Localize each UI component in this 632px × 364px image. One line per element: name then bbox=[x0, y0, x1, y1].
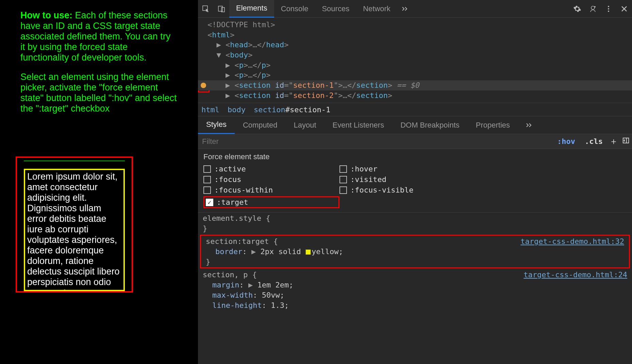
gear-icon[interactable] bbox=[569, 0, 585, 18]
styles-tab-dom-breakpoints[interactable]: DOM Breakpoints bbox=[392, 116, 468, 134]
svg-point-4 bbox=[594, 6, 596, 7]
inspect-icon[interactable] bbox=[198, 0, 214, 18]
hov-toggle[interactable]: :hov bbox=[552, 137, 580, 146]
force-target[interactable]: :target bbox=[206, 198, 248, 206]
rule-prop-max-width[interactable]: max-width: 50vw; bbox=[203, 290, 627, 300]
howto-block: How to use: Each of these sections have … bbox=[20, 10, 178, 114]
new-style-rule-button[interactable]: ＋ bbox=[608, 135, 620, 147]
svg-point-6 bbox=[608, 8, 609, 10]
svg-point-5 bbox=[608, 6, 609, 7]
crumb-html[interactable]: html bbox=[201, 105, 219, 114]
devtools-tabbar: Elements Console Sources Network bbox=[198, 0, 632, 18]
cls-toggle[interactable]: .cls bbox=[580, 137, 608, 146]
more-tabs-chevrons-icon[interactable] bbox=[397, 0, 413, 18]
dom-section-2[interactable]: ▶ <section id="section-2">…</section> bbox=[198, 90, 632, 101]
devtools-panel: Elements Console Sources Network <!DOCTY… bbox=[198, 0, 632, 364]
dom-section-3[interactable]: ▶ <section id="section-3">…</section> bbox=[198, 101, 632, 103]
force-focus-within[interactable]: :focus-within bbox=[203, 186, 339, 194]
dom-body-open[interactable]: ▼ <body> bbox=[198, 50, 632, 60]
rule-section-p[interactable]: target-css-demo.html:24 section, p { mar… bbox=[198, 269, 632, 311]
dom-html-open[interactable]: <html> bbox=[198, 30, 632, 40]
force-focus-visible[interactable]: :focus-visible bbox=[339, 186, 476, 194]
howto-bold: How to use: bbox=[20, 10, 72, 20]
source-link-24[interactable]: target-css-demo.html:24 bbox=[523, 270, 627, 280]
crumb-body[interactable]: body bbox=[228, 105, 246, 114]
device-toggle-icon[interactable] bbox=[214, 0, 229, 18]
force-state-panel: Force element state :active :hover :focu… bbox=[198, 149, 632, 213]
rule-prop-margin[interactable]: margin: ▶ 1em 2em; bbox=[203, 280, 627, 290]
rule-prop-line-height[interactable]: line-height: 1.3; bbox=[203, 300, 627, 311]
tab-network[interactable]: Network bbox=[356, 0, 397, 18]
howto-paragraph-1: How to use: Each of these sections have … bbox=[20, 10, 178, 63]
svg-point-3 bbox=[591, 6, 595, 10]
force-visited[interactable]: :visited bbox=[339, 175, 476, 184]
section-1-text: Lorem ipsum dolor sit, amet consectetur … bbox=[27, 171, 120, 291]
styles-tab-properties[interactable]: Properties bbox=[468, 116, 518, 134]
rule-element-style[interactable]: element.style { } bbox=[198, 213, 632, 234]
force-state-title: Force element state bbox=[203, 152, 627, 161]
styles-filter-input[interactable] bbox=[198, 137, 552, 146]
styles-tabbar: Styles Computed Layout Event Listeners D… bbox=[198, 116, 632, 134]
checkbox-icon[interactable] bbox=[339, 165, 347, 173]
checkbox-icon[interactable] bbox=[203, 176, 211, 183]
rule-prop-border[interactable]: border: ▶ 2px solid yellow; bbox=[206, 247, 624, 257]
source-link-32[interactable]: target-css-demo.html:32 bbox=[520, 236, 624, 247]
rendered-page: How to use: Each of these sections have … bbox=[0, 0, 198, 364]
checkbox-icon[interactable] bbox=[339, 186, 347, 194]
tab-sources[interactable]: Sources bbox=[315, 0, 356, 18]
kebab-icon[interactable] bbox=[601, 0, 616, 18]
checkbox-checked-icon[interactable] bbox=[206, 199, 213, 206]
dom-section-1[interactable]: ▶ <section id="section-1">…</section> ==… bbox=[198, 80, 632, 90]
section-1-target: Lorem ipsum dolor sit, amet consectetur … bbox=[24, 169, 125, 291]
styles-filter-row: :hov .cls ＋ bbox=[198, 134, 632, 149]
dom-p1[interactable]: ▶ <p>…</p> bbox=[198, 60, 632, 70]
dom-head[interactable]: ▶ <head>…</head> bbox=[198, 40, 632, 50]
howto-paragraph-2: Select an element using the element pick… bbox=[20, 72, 178, 114]
toggle-sidebar-icon[interactable] bbox=[620, 136, 632, 147]
style-rules: element.style { } target-css-demo.html:3… bbox=[198, 213, 632, 311]
tab-elements[interactable]: Elements bbox=[229, 0, 274, 18]
dom-doctype[interactable]: <!DOCTYPE html> bbox=[198, 20, 632, 30]
section-divider bbox=[24, 161, 125, 161]
svg-point-7 bbox=[608, 11, 609, 12]
svg-rect-1 bbox=[218, 6, 222, 11]
tab-console[interactable]: Console bbox=[274, 0, 315, 18]
close-icon[interactable] bbox=[616, 0, 632, 18]
force-hover[interactable]: :hover bbox=[339, 165, 476, 173]
more-styles-tabs-icon[interactable] bbox=[521, 116, 537, 134]
checkbox-icon[interactable] bbox=[203, 186, 211, 194]
crumb-section[interactable]: section#section-1 bbox=[254, 105, 330, 114]
dom-p2[interactable]: ▶ <p>…</p> bbox=[198, 70, 632, 80]
checkbox-icon[interactable] bbox=[339, 176, 347, 183]
force-focus[interactable]: :focus bbox=[203, 175, 339, 184]
dom-tree[interactable]: <!DOCTYPE html> <html> ▶ <head>…</head> … bbox=[198, 18, 632, 103]
styles-tab-event-listeners[interactable]: Event Listeners bbox=[325, 116, 393, 134]
breakpoint-dot-icon[interactable] bbox=[201, 83, 206, 88]
breadcrumb: html body section#section-1 bbox=[198, 103, 632, 116]
customize-icon[interactable] bbox=[585, 0, 601, 18]
styles-tab-computed[interactable]: Computed bbox=[235, 116, 286, 134]
color-swatch-yellow[interactable] bbox=[305, 249, 311, 255]
styles-tab-layout[interactable]: Layout bbox=[285, 116, 324, 134]
annotation-red-box-target: :target bbox=[203, 196, 339, 208]
dom-tree-wrap: <!DOCTYPE html> <html> ▶ <head>…</head> … bbox=[198, 18, 632, 103]
rule-section-target[interactable]: target-css-demo.html:32 section:target {… bbox=[200, 235, 630, 268]
force-active[interactable]: :active bbox=[203, 165, 339, 173]
checkbox-icon[interactable] bbox=[203, 165, 211, 173]
annotation-red-box-section: Lorem ipsum dolor sit, amet consectetur … bbox=[16, 156, 133, 293]
styles-tab-styles[interactable]: Styles bbox=[198, 116, 235, 134]
